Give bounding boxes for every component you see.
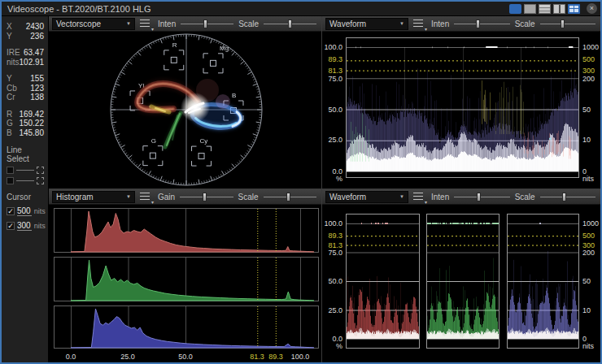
histogram-canvas	[49, 205, 321, 349]
waveform-top-header: Waveform ▼ ▾ Inten Scale	[322, 16, 600, 32]
axis-tick-label: 50.0	[328, 106, 342, 114]
dropdown-value: Waveform	[329, 193, 366, 202]
main-area: X2430 Y236 IRE63.47 nits102.91 Y155 Cb12…	[2, 16, 600, 362]
readout-label: Cr	[7, 93, 15, 102]
inten-label: Inten	[158, 20, 176, 28]
waveform-bottom-panel: Waveform ▼ ▾ Inten Scale 100.089.381.375…	[322, 189, 600, 362]
scope-options-icon[interactable]: ▾	[413, 19, 426, 29]
slider-thumb[interactable]	[561, 20, 565, 28]
vectorscope-header: Vectorscope ▼ ▾ Inten Scale	[49, 16, 321, 32]
line-picker-icon[interactable]	[37, 167, 44, 174]
slider-thumb[interactable]	[477, 193, 481, 202]
close-icon[interactable]: ×	[587, 3, 597, 14]
titlebar: Videoscope - BT.2020/BT.2100 HLG ×	[2, 2, 600, 16]
scale-slider[interactable]	[540, 19, 595, 29]
scope-type-dropdown[interactable]: Waveform ▼	[325, 191, 408, 203]
axis-tick-label: %	[336, 175, 342, 183]
waveform-right-axis: 100050030020050100nits	[581, 205, 600, 362]
axis-tick-label: 25.0	[328, 136, 342, 144]
axis-tick-label: 200	[582, 75, 595, 83]
dropdown-value: Vectorscope	[56, 20, 101, 28]
scale-slider[interactable]	[264, 19, 316, 29]
cursor-label: Cursor	[7, 193, 44, 202]
line-select-slider[interactable]	[16, 170, 34, 171]
gain-slider[interactable]	[180, 192, 233, 202]
slider-thumb[interactable]	[203, 20, 207, 28]
slider-thumb[interactable]	[562, 193, 566, 202]
menu-lines-icon	[140, 193, 150, 200]
cursor-checkbox[interactable]: ✓	[7, 207, 15, 215]
scope-type-dropdown[interactable]: Waveform ▼	[325, 18, 408, 30]
line-select-checkbox[interactable]	[7, 177, 14, 184]
scale-slider[interactable]	[540, 192, 595, 202]
slider-thumb[interactable]	[476, 20, 480, 28]
line-select-slider[interactable]	[16, 180, 34, 181]
axis-tick-label: 500	[582, 232, 595, 240]
readout-label: Cb	[7, 84, 17, 93]
xy-readout: X2430 Y236	[7, 22, 44, 41]
videoscope-window: Videoscope - BT.2020/BT.2100 HLG × X2430…	[0, 0, 602, 364]
readout-value: 2430	[26, 22, 44, 32]
scope-type-dropdown[interactable]: Histogram ▼	[52, 191, 135, 203]
scopes-list-icon[interactable]	[509, 4, 521, 14]
waveform-top-display: 100.089.381.375.050.025.00.0% 1000500300…	[322, 32, 600, 188]
scale-label: Scale	[238, 20, 259, 28]
axis-tick-label: 81.3	[250, 353, 264, 361]
scope-options-icon[interactable]: ▾	[413, 192, 426, 202]
scale-label: Scale	[515, 20, 535, 28]
inten-slider[interactable]	[181, 19, 233, 29]
axis-tick-label: 25.0	[328, 306, 342, 314]
slider-thumb[interactable]	[286, 193, 290, 202]
axis-tick-label: 75.0	[328, 249, 342, 257]
dropdown-value: Histogram	[56, 193, 94, 202]
scope-type-dropdown[interactable]: Vectorscope ▼	[52, 18, 135, 30]
line-select-checkbox[interactable]	[7, 167, 14, 174]
cursor-value-input[interactable]: 500	[17, 206, 32, 216]
axis-tick-label: 50	[582, 277, 591, 285]
layout-quad-icon[interactable]	[568, 4, 580, 14]
scope-options-icon[interactable]: ▾	[140, 192, 153, 202]
readout-label: X	[7, 22, 12, 32]
readout-value: 169.42	[19, 110, 44, 119]
menu-caret-icon: ▾	[151, 26, 154, 32]
layout-columns-icon[interactable]	[553, 4, 565, 14]
axis-tick-label: 50.0	[328, 277, 342, 285]
gain-label: Gain	[158, 193, 175, 202]
axis-tick-label: 100.0	[324, 219, 342, 228]
chevron-down-icon: ▼	[126, 21, 131, 26]
axis-tick-label: 300	[582, 67, 595, 75]
readout-value: 123	[30, 84, 44, 93]
slider-thumb[interactable]	[203, 193, 207, 202]
readout-value: 138	[30, 93, 44, 102]
cursor-checkbox[interactable]: ✓	[7, 222, 15, 230]
cursor-value-input[interactable]: 300	[17, 221, 32, 231]
ycbcr-readout: Y155 Cb123 Cr138	[7, 74, 44, 102]
scale-slider[interactable]	[264, 192, 316, 202]
waveform-top-panel: Waveform ▼ ▾ Inten Scale 100.089.381.375…	[322, 16, 600, 188]
readout-label: Y	[7, 74, 12, 84]
cursor-unit: nits	[34, 222, 46, 230]
layout-single-icon[interactable]	[524, 4, 536, 14]
cursor-row-500: ✓ 500 nits	[7, 206, 44, 216]
axis-tick-label: 1000	[582, 219, 599, 228]
inten-slider[interactable]	[454, 192, 509, 202]
axis-tick-label: 75.0	[328, 75, 342, 83]
layout-rows-icon[interactable]	[539, 4, 551, 14]
dropdown-value: Waveform	[329, 20, 366, 28]
cursor-unit: nits	[34, 207, 46, 215]
inten-label: Inten	[431, 20, 449, 28]
axis-tick-label: 10	[582, 136, 591, 144]
menu-lines-icon	[413, 193, 423, 200]
readout-value: 150.22	[19, 119, 44, 128]
axis-tick-label: 0.0	[66, 353, 76, 361]
line-picker-icon[interactable]	[37, 177, 44, 184]
waveform-canvas	[346, 37, 579, 178]
slider-thumb[interactable]	[288, 20, 292, 28]
inten-slider[interactable]	[454, 19, 509, 29]
scope-options-icon[interactable]: ▾	[140, 19, 153, 29]
menu-lines-icon	[413, 20, 423, 27]
window-title: Videoscope - BT.2020/BT.2100 HLG	[7, 4, 151, 14]
ire-nits-readout: IRE63.47 nits102.91	[7, 48, 44, 67]
readout-value: 63.47	[24, 48, 44, 58]
scale-label: Scale	[515, 193, 535, 202]
